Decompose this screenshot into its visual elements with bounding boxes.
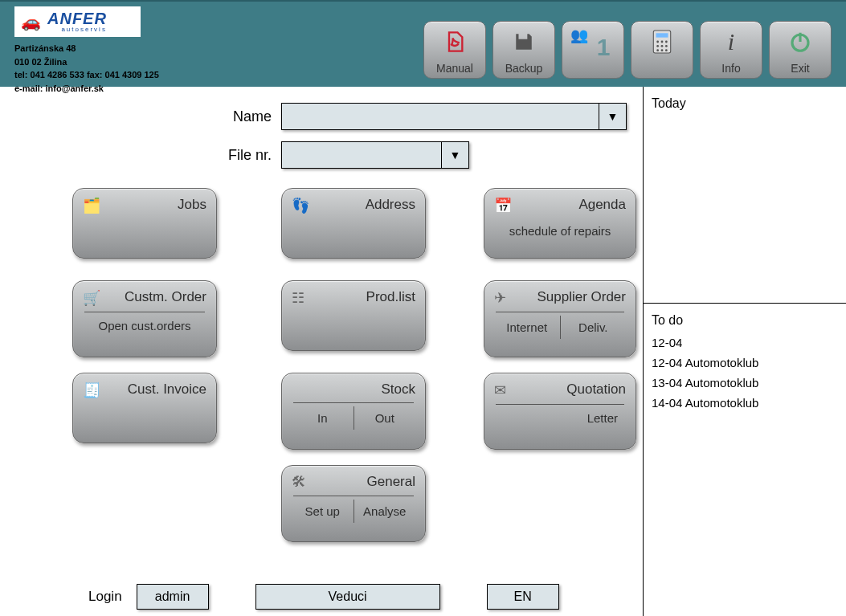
login-role-field[interactable]: Veduci [255, 584, 440, 610]
shelf-icon: ☷ [292, 289, 314, 307]
agenda-label: Agenda [517, 197, 626, 213]
quotation-label: Quotation [517, 381, 626, 398]
agenda-tile[interactable]: 📅 Agenda schedule of repairs [484, 188, 636, 259]
brand-name: ANFER [47, 10, 107, 27]
chevron-down-icon[interactable]: ▼ [599, 104, 626, 129]
quotation-sub: Letter [494, 411, 626, 425]
today-title: Today [652, 96, 838, 111]
login-lang-field[interactable]: EN [487, 584, 559, 610]
svg-point-7 [665, 45, 668, 47]
save-icon [513, 22, 534, 62]
backup-button[interactable]: Backup [492, 21, 555, 79]
svg-rect-1 [656, 33, 668, 37]
cust-order-label: Custm. Order [105, 289, 206, 305]
cust-order-tile[interactable]: 🛒 Custm. Order Open cust.orders [72, 280, 217, 357]
tools-icon: 🛠 [292, 474, 314, 491]
general-tile[interactable]: 🛠 General Set up Analyse [281, 465, 426, 542]
stock-out[interactable]: Out [354, 406, 416, 430]
calculator-icon [652, 22, 672, 62]
stock-label: Stock [314, 381, 415, 398]
agenda-sub: schedule of repairs [494, 224, 626, 238]
brand-sub: autoservis [47, 27, 107, 33]
cust-order-sub: Open cust.orders [83, 319, 206, 332]
address-label: Address [314, 197, 415, 213]
todo-title: To do [652, 313, 838, 328]
invoice-icon: 🧾 [83, 381, 105, 399]
todo-panel: To do 12-04 12-04 Automotoklub 13-04 Aut… [644, 304, 846, 616]
cust-invoice-label: Cust. Invoice [105, 381, 206, 398]
svg-point-2 [656, 41, 659, 43]
plane-icon: ✈ [494, 289, 517, 307]
supplier-label: Supplier Order [517, 289, 626, 305]
svg-point-10 [665, 49, 668, 51]
side-panel: Today To do 12-04 12-04 Automotoklub 13-… [643, 87, 846, 616]
header-bar: 🚗 ANFER autoservis Partizánska 48 010 02… [0, 0, 846, 87]
backup-label: Backup [505, 62, 543, 75]
name-label: Name [16, 108, 281, 125]
addr-line: tel: 041 4286 533 fax: 041 4309 125 [14, 68, 159, 82]
addr-line: 010 02 Žilina [14, 55, 159, 69]
general-setup[interactable]: Set up [292, 500, 354, 523]
todo-item[interactable]: 14-04 Automotoklub [652, 396, 838, 410]
header-left: 🚗 ANFER autoservis Partizánska 48 010 02… [14, 6, 159, 95]
supplier-order-tile[interactable]: ✈ Supplier Order Internet Deliv. [484, 280, 636, 357]
quotation-tile[interactable]: ✉ Quotation Letter [484, 373, 636, 450]
manual-label: Manual [436, 62, 473, 75]
todo-item[interactable]: 13-04 Automotoklub [652, 376, 838, 390]
car-icon: 🚗 [21, 12, 41, 31]
power-icon [788, 22, 812, 62]
todo-item[interactable]: 12-04 Automotoklub [652, 356, 838, 369]
prodlist-tile[interactable]: ☷ Prod.list [281, 280, 426, 351]
svg-point-4 [665, 41, 668, 43]
login-label: Login [88, 589, 122, 605]
prodlist-label: Prod.list [314, 289, 415, 305]
svg-point-8 [656, 49, 659, 51]
session-button[interactable]: 👥 1 [562, 21, 624, 79]
svg-point-3 [661, 41, 664, 43]
svg-point-6 [661, 45, 664, 47]
name-combobox[interactable]: ▼ [281, 103, 627, 130]
stock-tile[interactable]: Stock In Out [281, 373, 426, 450]
general-analyse[interactable]: Analyse [354, 500, 416, 523]
calendar-icon: 📅 [494, 197, 517, 214]
login-user-field[interactable]: admin [137, 584, 209, 610]
chevron-down-icon[interactable]: ▼ [441, 142, 468, 168]
logo: 🚗 ANFER autoservis [14, 6, 141, 37]
svg-point-9 [661, 49, 664, 51]
todo-item[interactable]: 12-04 [652, 336, 838, 349]
jobs-tile[interactable]: 🗂️ Jobs [72, 188, 217, 259]
dashboard-tiles: 🗂️ Jobs 👣 Address 📅 Agenda schedule of r… [16, 180, 627, 557]
people-icon: 👥 [570, 27, 588, 44]
general-label: General [314, 474, 415, 490]
info-button[interactable]: i Info [700, 21, 762, 79]
info-label: Info [721, 62, 740, 75]
address-tile[interactable]: 👣 Address [281, 188, 426, 259]
info-icon: i [728, 22, 734, 62]
jobs-label: Jobs [105, 197, 206, 213]
file-combobox[interactable]: ▼ [281, 141, 469, 169]
session-number: 1 [597, 34, 611, 61]
exit-button[interactable]: Exit [769, 21, 832, 79]
supplier-internet[interactable]: Internet [494, 316, 561, 339]
svg-point-5 [656, 45, 659, 47]
calculator-button[interactable] [631, 21, 693, 79]
exit-label: Exit [791, 62, 809, 75]
addr-line: Partizánska 48 [14, 42, 159, 55]
supplier-deliv[interactable]: Deliv. [561, 316, 627, 339]
people-icon: 👣 [292, 197, 314, 214]
pdf-icon [443, 22, 466, 62]
file-label: File nr. [16, 147, 281, 164]
header-toolbar: Manual Backup 👥 1 i Info Exi [423, 6, 832, 79]
manual-button[interactable]: Manual [423, 21, 486, 79]
today-panel: Today [644, 87, 846, 304]
stock-in[interactable]: In [292, 406, 354, 430]
folder-icon: 🗂️ [83, 197, 105, 214]
login-row: Login admin Veduci EN [0, 584, 643, 610]
cust-invoice-tile[interactable]: 🧾 Cust. Invoice [72, 373, 217, 443]
cart-icon: 🛒 [83, 289, 105, 307]
envelope-icon: ✉ [494, 381, 517, 399]
main-panel: Name ▼ File nr. ▼ 🗂️ Jobs 👣 [0, 87, 643, 616]
